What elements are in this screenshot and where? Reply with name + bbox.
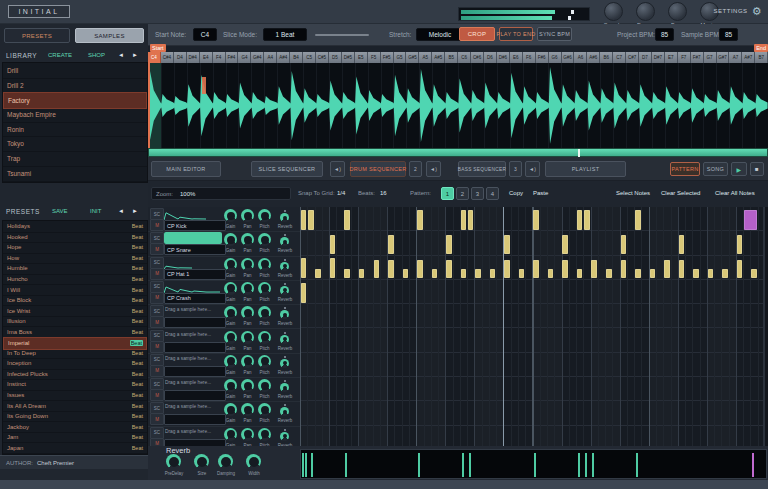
start-flag[interactable]: Start bbox=[150, 44, 166, 52]
grid-note[interactable] bbox=[693, 269, 699, 278]
grid-note[interactable] bbox=[388, 235, 394, 254]
slice-cell[interactable]: F#6 bbox=[536, 52, 549, 63]
preset-item[interactable]: Its Going DownBeat bbox=[3, 411, 147, 422]
knob-pan[interactable] bbox=[241, 355, 254, 368]
grid-note[interactable] bbox=[301, 283, 307, 303]
velocity-lane[interactable] bbox=[300, 449, 767, 479]
knob-pitch[interactable] bbox=[258, 379, 271, 392]
reverb-knob-size[interactable] bbox=[194, 454, 209, 469]
grid-note[interactable] bbox=[344, 210, 350, 229]
tab-playlist[interactable]: PLAYLIST bbox=[545, 161, 626, 177]
knob-pitch[interactable] bbox=[258, 282, 271, 295]
grid-note[interactable] bbox=[635, 269, 641, 278]
sample-name-field[interactable] bbox=[164, 317, 226, 328]
slice-cell[interactable]: A4 bbox=[264, 52, 277, 63]
slice-cell[interactable]: C5 bbox=[303, 52, 316, 63]
library-next-icon[interactable]: ► bbox=[132, 52, 138, 58]
preset-item[interactable]: Ima BossBeat bbox=[3, 326, 147, 337]
presets-init-button[interactable]: INIT bbox=[90, 208, 101, 214]
grid-note[interactable] bbox=[461, 210, 467, 229]
channel-strip[interactable]: SCMDrag a sample here...GainPanPitchReve… bbox=[148, 304, 300, 329]
presets-tab-button[interactable]: PRESETS bbox=[4, 28, 70, 43]
clear-selected-button[interactable]: Clear Selected bbox=[661, 190, 700, 196]
reverb-knob-damping[interactable] bbox=[218, 454, 233, 469]
solo-cut-button[interactable]: SC bbox=[150, 257, 164, 269]
preset-item[interactable]: Ice BlockBeat bbox=[3, 295, 147, 306]
library-create-button[interactable]: CREATE bbox=[48, 52, 72, 58]
grid-note[interactable] bbox=[359, 269, 365, 278]
preset-item[interactable]: JackboyBeat bbox=[3, 421, 147, 432]
grid-note[interactable] bbox=[490, 269, 496, 278]
channel-strip[interactable]: SCMCP SnareGainPanPitchReverb bbox=[148, 231, 300, 256]
sample-bpm-value[interactable]: 85 bbox=[719, 28, 738, 41]
drum-speaker-icon[interactable]: ◄) bbox=[426, 161, 441, 177]
slice-cell[interactable]: C#5 bbox=[316, 52, 329, 63]
knob-pitch[interactable] bbox=[258, 331, 271, 344]
pattern-2-button[interactable]: 2 bbox=[456, 187, 469, 200]
grid-note[interactable] bbox=[301, 210, 307, 229]
grid-note[interactable] bbox=[584, 210, 590, 229]
mute-button[interactable]: M bbox=[150, 316, 164, 328]
slice-cell[interactable]: D#5 bbox=[342, 52, 355, 63]
slice-cell[interactable]: B5 bbox=[445, 52, 458, 63]
grid-note[interactable] bbox=[403, 269, 409, 278]
grid-note[interactable] bbox=[504, 235, 510, 254]
preset-item[interactable]: HookedBeat bbox=[3, 232, 147, 243]
grid-note[interactable] bbox=[533, 210, 539, 229]
header-slider[interactable] bbox=[315, 34, 369, 36]
knob-reverb-send[interactable] bbox=[280, 286, 289, 295]
preset-item[interactable]: JapanBeat bbox=[3, 442, 147, 453]
knob-reverb-send[interactable] bbox=[280, 432, 289, 441]
slice-cell[interactable]: E4 bbox=[200, 52, 213, 63]
velocity-bar[interactable] bbox=[752, 453, 754, 477]
slice-cell[interactable]: E7 bbox=[665, 52, 678, 63]
settings-button[interactable]: SETTINGS ⚙ bbox=[714, 6, 762, 16]
grid-note[interactable] bbox=[315, 269, 321, 278]
presets-save-button[interactable]: SAVE bbox=[52, 208, 68, 214]
slice-cell[interactable]: C6 bbox=[458, 52, 471, 63]
slice-cell[interactable]: D#4 bbox=[187, 52, 200, 63]
snap-value[interactable]: 1/4 bbox=[337, 190, 345, 196]
knob-pan[interactable] bbox=[241, 258, 254, 271]
grid-note[interactable] bbox=[606, 269, 612, 278]
grid-note[interactable] bbox=[722, 269, 728, 278]
preset-item[interactable]: Ice WristBeat bbox=[3, 305, 147, 316]
knob-reverb-send[interactable] bbox=[280, 310, 289, 319]
knob-gain[interactable] bbox=[224, 233, 237, 246]
preset-item[interactable]: I WillBeat bbox=[3, 284, 147, 295]
grid-note[interactable] bbox=[577, 269, 583, 278]
grid-note[interactable] bbox=[664, 260, 670, 279]
start-note-value[interactable]: C4 bbox=[193, 28, 217, 41]
sample-name-field[interactable]: CP Snare bbox=[164, 244, 226, 255]
slice-cell[interactable]: F#7 bbox=[691, 52, 704, 63]
knob-pan[interactable] bbox=[241, 379, 254, 392]
velocity-bar[interactable] bbox=[578, 453, 580, 477]
bass-speaker-icon[interactable]: ◄) bbox=[525, 161, 540, 177]
preset-item[interactable]: HumbleBeat bbox=[3, 263, 147, 274]
velocity-bar[interactable] bbox=[305, 453, 307, 477]
grid-note[interactable] bbox=[708, 269, 714, 278]
slice-cell[interactable]: C7 bbox=[613, 52, 626, 63]
slice-cell[interactable]: F#4 bbox=[226, 52, 239, 63]
velocity-bar[interactable] bbox=[302, 453, 304, 477]
preset-item[interactable]: HopeBeat bbox=[3, 242, 147, 253]
grid-note[interactable] bbox=[621, 260, 627, 279]
grid-note[interactable] bbox=[679, 260, 685, 279]
channel-strip[interactable]: SCMCP KickGainPanPitchReverb bbox=[148, 207, 300, 232]
slice-cell[interactable]: E6 bbox=[510, 52, 523, 63]
preset-item[interactable]: InceptionBeat bbox=[3, 358, 147, 369]
velocity-bar[interactable] bbox=[585, 453, 587, 477]
grid-note[interactable] bbox=[330, 235, 336, 254]
preset-item[interactable]: ImperialBeat bbox=[3, 337, 147, 348]
knob-pan[interactable] bbox=[241, 306, 254, 319]
mute-button[interactable]: M bbox=[150, 292, 164, 304]
knob-pan[interactable] bbox=[241, 233, 254, 246]
velocity-bar[interactable] bbox=[469, 453, 471, 477]
play-button[interactable]: ▶ bbox=[731, 162, 747, 176]
tab-slice-sequencer[interactable]: SLICE SEQUENCER bbox=[251, 161, 323, 177]
library-item[interactable]: Ronin bbox=[3, 122, 147, 137]
grid-note[interactable] bbox=[577, 210, 583, 229]
slice-cell[interactable]: G7 bbox=[704, 52, 717, 63]
grid-note[interactable] bbox=[533, 260, 539, 279]
sample-thumbnail[interactable] bbox=[164, 281, 222, 292]
